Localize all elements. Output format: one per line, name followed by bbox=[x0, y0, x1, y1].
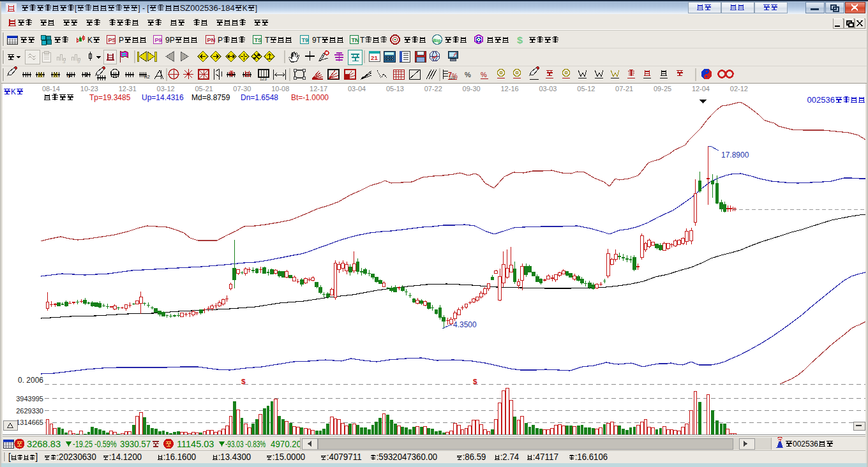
svg-text:n2: n2 bbox=[144, 74, 150, 80]
svg-text::13.4300: :13.4300 bbox=[218, 451, 251, 462]
svg-text:%: % bbox=[481, 71, 487, 78]
svg-text:12-17: 12-17 bbox=[310, 85, 327, 93]
svg-text::14.1200: :14.1200 bbox=[109, 451, 142, 462]
svg-text:123: 123 bbox=[260, 77, 267, 81]
svg-text::2.74: :2.74 bbox=[500, 451, 519, 462]
svg-text:$: $ bbox=[517, 34, 523, 45]
svg-text::16.6106: :16.6106 bbox=[575, 451, 608, 462]
svg-text:%: % bbox=[465, 71, 471, 78]
svg-text:002536: 002536 bbox=[807, 96, 835, 105]
svg-text:9T: 9T bbox=[312, 36, 322, 45]
svg-text:3943995: 3943995 bbox=[16, 395, 43, 403]
svg-text:%: % bbox=[452, 73, 458, 80]
svg-text:Bt=-1.0000: Bt=-1.0000 bbox=[291, 93, 329, 102]
svg-text:SZ002536-184: SZ002536-184 bbox=[180, 4, 235, 13]
svg-text:9P: 9P bbox=[165, 36, 175, 45]
svg-text:]: ] bbox=[255, 4, 257, 13]
svg-text::16.1600: :16.1600 bbox=[163, 451, 196, 462]
svg-text:1314665: 1314665 bbox=[16, 419, 43, 426]
svg-text:05-13: 05-13 bbox=[386, 85, 404, 93]
svg-text:T: T bbox=[265, 36, 270, 45]
svg-text:T9: T9 bbox=[302, 37, 309, 43]
svg-text:05-21: 05-21 bbox=[195, 85, 213, 93]
svg-text:TN: TN bbox=[352, 37, 359, 43]
svg-text::20230630: :20230630 bbox=[56, 451, 96, 462]
svg-text:07-22: 07-22 bbox=[424, 85, 442, 93]
svg-text:03-12: 03-12 bbox=[157, 85, 175, 93]
svg-text:Md=8.8759: Md=8.8759 bbox=[191, 93, 230, 102]
svg-text:12-31: 12-31 bbox=[119, 85, 137, 93]
svg-text:K: K bbox=[87, 36, 93, 45]
svg-text:4.3500: 4.3500 bbox=[453, 320, 477, 329]
svg-text:10-23: 10-23 bbox=[80, 85, 98, 93]
svg-text:05-12: 05-12 bbox=[577, 85, 595, 93]
svg-text:Up=14.4316: Up=14.4316 bbox=[142, 93, 184, 102]
svg-text:002536: 002536 bbox=[793, 440, 818, 448]
svg-text:12-16: 12-16 bbox=[501, 85, 519, 93]
svg-text:-19.25 -0.59%: -19.25 -0.59% bbox=[73, 439, 117, 449]
svg-text:08-14: 08-14 bbox=[42, 85, 60, 93]
svg-text:21: 21 bbox=[371, 55, 378, 61]
svg-text::15.0000: :15.0000 bbox=[273, 451, 305, 462]
svg-text:Big: Big bbox=[433, 38, 441, 43]
svg-text:$: $ bbox=[473, 378, 477, 385]
svg-text:03-03: 03-03 bbox=[539, 85, 557, 93]
svg-text:07-30: 07-30 bbox=[233, 85, 251, 93]
svg-text:$: $ bbox=[241, 378, 246, 385]
svg-text:P9: P9 bbox=[155, 37, 162, 43]
svg-text:3268.83: 3268.83 bbox=[27, 439, 61, 449]
svg-text:4970.20: 4970.20 bbox=[271, 439, 301, 449]
svg-text:11145.03: 11145.03 bbox=[177, 439, 214, 449]
svg-text:P: P bbox=[119, 36, 124, 45]
svg-text:3930.57: 3930.57 bbox=[120, 439, 151, 449]
svg-text:3: 3 bbox=[63, 59, 66, 64]
svg-text::5932047360.00: :5932047360.00 bbox=[377, 451, 437, 462]
svg-text:F: F bbox=[68, 73, 72, 79]
svg-text:09-25: 09-25 bbox=[654, 85, 671, 93]
svg-text::47117: :47117 bbox=[533, 451, 558, 462]
svg-text:02-12: 02-12 bbox=[730, 85, 748, 93]
svg-text::4079711: :4079711 bbox=[327, 451, 362, 462]
svg-text::86.59: :86.59 bbox=[463, 451, 486, 462]
svg-text:2629330: 2629330 bbox=[16, 407, 43, 415]
svg-text:0. 2006: 0. 2006 bbox=[18, 376, 43, 385]
svg-text:TS: TS bbox=[255, 37, 262, 43]
svg-text:P: P bbox=[218, 36, 223, 45]
svg-text:12-04: 12-04 bbox=[692, 85, 710, 93]
svg-text:K: K bbox=[11, 87, 16, 96]
svg-text:] - [: ] - [ bbox=[138, 4, 149, 13]
svg-text:PS: PS bbox=[108, 37, 117, 43]
svg-text:Tp=19.3485: Tp=19.3485 bbox=[89, 93, 131, 102]
svg-text:]: ] bbox=[35, 451, 38, 462]
svg-text:17.8900: 17.8900 bbox=[721, 151, 749, 159]
svg-text:10-08: 10-08 bbox=[271, 85, 289, 93]
svg-text:07-21: 07-21 bbox=[615, 85, 633, 93]
svg-text:PN: PN bbox=[207, 37, 216, 43]
svg-text:T: T bbox=[360, 36, 365, 45]
svg-text:9: 9 bbox=[77, 59, 80, 64]
svg-text:-93.03 -0.83%: -93.03 -0.83% bbox=[225, 439, 266, 449]
svg-text:K: K bbox=[243, 4, 248, 13]
svg-text:Dn=1.6548: Dn=1.6548 bbox=[241, 93, 278, 102]
svg-text:09-30: 09-30 bbox=[463, 85, 481, 93]
svg-text:03-04: 03-04 bbox=[348, 85, 366, 93]
